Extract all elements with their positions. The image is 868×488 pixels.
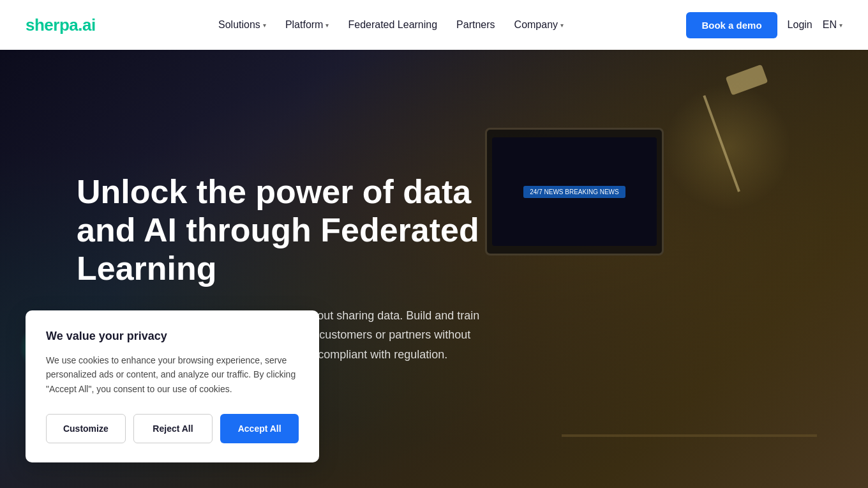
chevron-down-icon: ▾ [839,22,842,29]
desk-base [562,434,817,437]
language-selector[interactable]: EN ▾ [823,19,842,31]
nav-company[interactable]: Company ▾ [507,14,571,36]
chevron-down-icon: ▾ [263,22,266,29]
logo[interactable]: sherpa.ai [26,15,96,35]
logo-text: sherpa.ai [26,15,96,35]
cookie-banner: We value your privacy We use cookies to … [26,310,319,462]
nav-solutions[interactable]: Solutions ▾ [211,14,274,36]
reject-all-button[interactable]: Reject All [133,414,213,443]
cookie-text: We use cookies to enhance your browsing … [46,353,299,396]
chevron-down-icon: ▾ [560,22,564,29]
nav-partners[interactable]: Partners [449,14,502,36]
monitor-ticker: 24/7 NEWS BREAKING NEWS [523,186,625,198]
chevron-down-icon: ▾ [326,22,329,29]
nav-right: Book a demo Login EN ▾ [686,12,842,38]
cookie-title: We value your privacy [46,330,299,343]
customize-button[interactable]: Customize [46,414,126,443]
hero-title: Unlock the power of data and AI through … [77,173,536,287]
login-link[interactable]: Login [788,19,812,31]
lamp-glow [664,83,791,211]
accept-all-button[interactable]: Accept All [220,414,299,443]
navbar: sherpa.ai Solutions ▾ Platform ▾ Federat… [0,0,868,50]
nav-federated-learning[interactable]: Federated Learning [340,14,445,36]
nav-links: Solutions ▾ Platform ▾ Federated Learnin… [211,14,571,36]
nav-platform[interactable]: Platform ▾ [278,14,337,36]
cookie-buttons: Customize Reject All Accept All [46,414,299,443]
book-demo-button[interactable]: Book a demo [686,12,777,38]
